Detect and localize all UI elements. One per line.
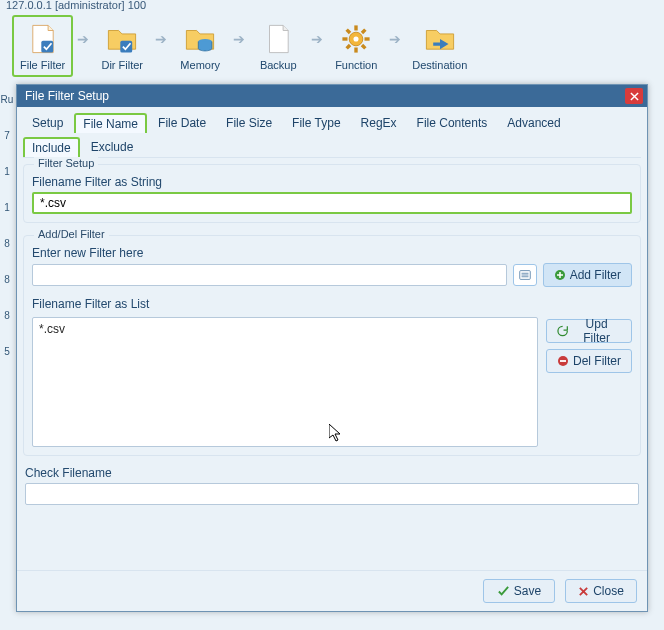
upd-filter-label: Upd Filter: [572, 317, 621, 345]
file-icon: [260, 21, 296, 57]
arrow-right-icon: ➔: [389, 31, 401, 61]
gutter-number: 7: [0, 118, 14, 154]
toolbar-item-backup[interactable]: Backup: [249, 16, 307, 76]
group-legend: Filter Setup: [34, 157, 98, 169]
save-label: Save: [514, 584, 541, 598]
del-filter-label: Del Filter: [573, 354, 621, 368]
arrow-right-icon: ➔: [311, 31, 323, 61]
svg-rect-0: [41, 41, 53, 53]
titlebar[interactable]: File Filter Setup: [17, 85, 647, 107]
gutter: Ru7118885: [0, 82, 14, 370]
file-check-icon: [25, 21, 61, 57]
dialog-footer: Save Close: [17, 570, 647, 611]
check-filename-label: Check Filename: [25, 466, 639, 480]
svg-line-9: [362, 45, 365, 48]
toolbar-item-dir-filter[interactable]: Dir Filter: [93, 16, 151, 76]
refresh-icon: [557, 325, 568, 337]
arrow-right-icon: ➔: [155, 31, 167, 61]
svg-line-10: [362, 30, 365, 33]
arrow-right-icon: ➔: [233, 31, 245, 61]
toolbar-item-memory[interactable]: Memory: [171, 16, 229, 76]
toolbar-item-file-filter[interactable]: File Filter: [12, 15, 73, 77]
tab-file-date[interactable]: File Date: [149, 112, 215, 133]
add-del-filter-group: Add/Del Filter Enter new Filter here Add…: [23, 235, 641, 456]
check-icon: [497, 585, 510, 598]
toolbar-item-function[interactable]: Function: [327, 16, 385, 76]
gear-icon: [338, 21, 374, 57]
toolbar-item-label: Function: [335, 59, 377, 71]
folder-arrow-icon: [422, 21, 458, 57]
gutter-number: 8: [0, 262, 14, 298]
gutter-number: Ru: [0, 82, 14, 118]
subtab-exclude[interactable]: Exclude: [82, 136, 143, 157]
tab-advanced[interactable]: Advanced: [498, 112, 569, 133]
toolbar-item-label: Destination: [412, 59, 467, 71]
gutter-number: 1: [0, 154, 14, 190]
tab-file-name[interactable]: File Name: [74, 113, 147, 133]
close-label: Close: [593, 584, 624, 598]
add-filter-label: Add Filter: [570, 268, 621, 282]
svg-rect-1: [121, 41, 133, 53]
list-item[interactable]: *.csv: [39, 322, 531, 336]
string-filter-label: Filename Filter as String: [32, 175, 632, 189]
minus-icon: [557, 355, 569, 367]
check-filename-input[interactable]: [25, 483, 639, 505]
gutter-number: 8: [0, 226, 14, 262]
group-legend: Add/Del Filter: [34, 228, 109, 240]
filter-list[interactable]: *.csv: [32, 317, 538, 447]
browse-button[interactable]: [513, 264, 537, 286]
sub-tabs: IncludeExclude: [17, 133, 647, 157]
main-tabs: SetupFile NameFile DateFile SizeFile Typ…: [17, 107, 647, 133]
new-filter-input[interactable]: [32, 264, 507, 286]
toolbar-item-label: Backup: [260, 59, 297, 71]
folder-db-icon: [182, 21, 218, 57]
svg-point-12: [354, 36, 359, 41]
save-button[interactable]: Save: [483, 579, 555, 603]
close-button[interactable]: Close: [565, 579, 637, 603]
arrow-right-icon: ➔: [77, 31, 89, 61]
dialog-title: File Filter Setup: [25, 89, 625, 103]
svg-line-11: [347, 45, 350, 48]
subtab-include[interactable]: Include: [23, 137, 80, 157]
file-filter-setup-dialog: File Filter Setup SetupFile NameFile Dat…: [16, 84, 648, 612]
toolbar-item-label: File Filter: [20, 59, 65, 71]
gutter-number: 8: [0, 298, 14, 334]
address-bar-fragment: 127.0.0.1 [administrator] 100: [0, 0, 664, 11]
toolbar-item-label: Dir Filter: [101, 59, 143, 71]
toolbar-item-label: Memory: [180, 59, 220, 71]
upd-filter-button[interactable]: Upd Filter: [546, 319, 632, 343]
tab-file-type[interactable]: File Type: [283, 112, 349, 133]
folder-check-icon: [104, 21, 140, 57]
gutter-number: 5: [0, 334, 14, 370]
x-icon: [578, 586, 589, 597]
filename-filter-string-input[interactable]: [32, 192, 632, 214]
gutter-number: 1: [0, 190, 14, 226]
workflow-toolbar: File Filter➔Dir Filter➔Memory➔Backup➔Fun…: [0, 11, 664, 85]
dialog-content: Filter Setup Filename Filter as String A…: [23, 157, 641, 564]
list-label: Filename Filter as List: [32, 297, 632, 311]
add-filter-button[interactable]: Add Filter: [543, 263, 632, 287]
tab-file-contents[interactable]: File Contents: [408, 112, 497, 133]
filter-setup-group: Filter Setup Filename Filter as String: [23, 164, 641, 223]
plus-icon: [554, 269, 566, 281]
tab-file-size[interactable]: File Size: [217, 112, 281, 133]
tab-setup[interactable]: Setup: [23, 112, 72, 133]
close-icon[interactable]: [625, 88, 643, 104]
svg-line-8: [347, 30, 350, 33]
new-filter-label: Enter new Filter here: [32, 246, 632, 260]
tab-regex[interactable]: RegEx: [352, 112, 406, 133]
toolbar-item-destination[interactable]: Destination: [405, 16, 474, 76]
del-filter-button[interactable]: Del Filter: [546, 349, 632, 373]
